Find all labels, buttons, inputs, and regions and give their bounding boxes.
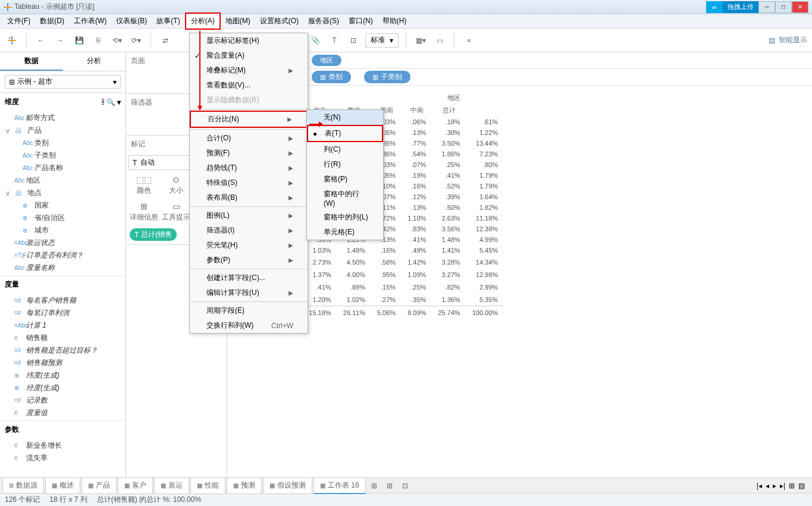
field-item[interactable]: ⊕国家 [0, 199, 126, 212]
new-story-icon[interactable]: ⊡ [398, 479, 412, 493]
tableau-logo-icon[interactable] [5, 33, 19, 48]
menu-item[interactable]: 筛选器(I)▶ [190, 223, 308, 238]
menu-item[interactable]: 查看数据(V)... [190, 78, 308, 93]
field-item[interactable]: Abc产品名称 [0, 162, 126, 174]
field-item[interactable]: v品地点 [0, 187, 126, 199]
fit-dropdown[interactable]: 标准▾ [365, 33, 399, 48]
swap-icon[interactable]: ⇄ [158, 33, 173, 48]
field-item[interactable]: Abc邮寄方式 [0, 112, 126, 124]
field-item[interactable]: v品产品 [0, 124, 126, 137]
marks-detail[interactable]: ⊞详细信息 [128, 199, 159, 225]
sheet-tab[interactable]: ▦预测 [227, 477, 262, 494]
tab-analysis[interactable]: 分析 [63, 52, 126, 71]
submenu-item[interactable]: 无(N) [307, 110, 383, 125]
new-worksheet-icon[interactable]: ⊞ [367, 479, 381, 493]
show-sheets-icon[interactable]: ▤ [798, 482, 805, 490]
menu-item[interactable]: 参数(P)▶ [190, 253, 308, 268]
menu-item[interactable]: 编辑计算字段(U)▶ [190, 285, 308, 300]
menu-help[interactable]: 帮助(H) [378, 14, 412, 29]
auto-update-icon[interactable]: ⟲▾ [110, 33, 124, 48]
chevron-down-icon[interactable]: ▾ [117, 98, 121, 106]
menu-item[interactable]: 预测(F)▶ [190, 146, 308, 161]
marks-pill[interactable]: T总计(销售 [130, 228, 177, 241]
cloud-icon[interactable]: ∞ [706, 1, 723, 13]
search-icon[interactable]: 🔍 [106, 98, 115, 106]
marks-color[interactable]: ⬚⬚颜色 [128, 172, 159, 198]
view-icon[interactable]: ⦙⦙ [102, 98, 104, 106]
datasource-tab[interactable]: ⊞数据源 [2, 477, 44, 494]
columns-shelf[interactable]: 地区 [227, 52, 812, 69]
field-item[interactable]: ⊕经度(生成) [0, 382, 126, 394]
field-item[interactable]: =#每笔订单利润 [0, 307, 126, 319]
next-sheet-icon[interactable]: ▸ [773, 482, 776, 490]
menu-item[interactable]: 百分比(N)▶无(N)●表(T)列(C)行(R)窗格(P)窗格中的行(W)窗格中… [190, 111, 308, 128]
marks-tooltip[interactable]: ▭工具提示 [161, 199, 192, 225]
menu-format[interactable]: 设置格式(O) [255, 14, 303, 29]
field-item[interactable]: =#记录数 [0, 394, 126, 407]
menu-item[interactable]: 合计(O)▶ [190, 131, 308, 146]
sheet-tab[interactable]: ▦产品 [81, 477, 117, 494]
close-button[interactable]: ✕ [792, 1, 808, 13]
share-icon[interactable]: ∝ [462, 33, 476, 48]
save-icon[interactable]: 💾 [72, 33, 86, 48]
attach-icon[interactable]: 📎 [308, 33, 322, 48]
menu-item[interactable]: 表布局(B)▶ [190, 190, 308, 205]
sheet-tab[interactable]: ▦性能 [190, 477, 225, 494]
menu-story[interactable]: 故事(T) [152, 14, 184, 29]
field-item[interactable]: =Abc计算 1 [0, 319, 126, 332]
submenu-item[interactable]: 窗格(P) [307, 172, 383, 187]
forward-icon[interactable]: → [53, 33, 67, 48]
datasource-select[interactable]: ⊞ 示例 - 超市 ▾ [5, 75, 121, 89]
menu-item[interactable]: 周期字段(E) [190, 303, 308, 318]
menu-item[interactable]: 特殊值(S)▶ [190, 175, 308, 190]
sheet-tab[interactable]: ▦概述 [45, 477, 80, 494]
show-filmstrip-icon[interactable]: ⊞ [789, 482, 795, 490]
menu-map[interactable]: 地图(M) [221, 14, 255, 29]
field-item[interactable]: ⊕城市 [0, 224, 126, 237]
fit-icon[interactable]: ⊡ [346, 33, 360, 48]
menu-item[interactable]: 创建计算字段(C)... [190, 271, 308, 285]
new-dashboard-icon[interactable]: ⊞ [383, 479, 397, 493]
last-sheet-icon[interactable]: ▸| [780, 482, 785, 490]
field-item[interactable]: =#销售额预测 [0, 357, 126, 369]
maximize-button[interactable]: □ [775, 1, 792, 13]
field-item[interactable]: Abc子类别 [0, 149, 126, 162]
sheet-tab[interactable]: ▦工作表 16 [313, 477, 366, 494]
sheet-tab[interactable]: ▦客户 [118, 477, 153, 494]
prev-sheet-icon[interactable]: ◂ [766, 482, 769, 490]
menu-item[interactable]: 交换行和列(W)Ctrl+W [190, 318, 308, 333]
new-data-icon[interactable]: ⎘ [91, 33, 105, 48]
field-item[interactable]: #流失率 [0, 452, 126, 464]
first-sheet-icon[interactable]: |◂ [757, 482, 762, 490]
rows-shelf[interactable]: ⊞ 类别⊞ 子类别 [227, 69, 812, 86]
menu-item[interactable]: 图例(L)▶ [190, 208, 308, 223]
submenu-item[interactable]: 单元格(E) [307, 225, 383, 240]
menu-data[interactable]: 数据(D) [35, 14, 69, 29]
field-item[interactable]: ⊕纬度(生成) [0, 369, 126, 382]
menu-worksheet[interactable]: 工作表(W) [69, 14, 111, 29]
show-cards-icon[interactable]: ▦▾ [413, 33, 428, 48]
menu-server[interactable]: 服务器(S) [303, 14, 344, 29]
menu-item[interactable]: 显示标记标签(H) [190, 33, 308, 48]
text-icon[interactable]: T [327, 33, 341, 48]
menu-item[interactable]: 趋势线(T)▶ [190, 161, 308, 175]
submenu-item[interactable]: 窗格中的列(L) [307, 210, 383, 225]
menu-item[interactable]: 荧光笔(H)▶ [190, 238, 308, 253]
menu-window[interactable]: 窗口(N) [344, 14, 378, 29]
field-item[interactable]: #新业务增长 [0, 439, 126, 452]
field-item[interactable]: Abc类别 [0, 137, 126, 149]
columns-pill[interactable]: 地区 [312, 55, 341, 66]
submenu-item[interactable]: ●表(T) [307, 125, 383, 142]
marks-size[interactable]: ⊙大小 [161, 172, 192, 198]
menu-item[interactable]: 堆叠标记(M)▶ [190, 63, 308, 78]
minimize-button[interactable]: ─ [758, 1, 775, 13]
menu-file[interactable]: 文件(F) [2, 14, 35, 29]
sheet-tab[interactable]: ▦装运 [154, 477, 189, 494]
submenu-item[interactable]: 窗格中的行(W) [307, 187, 383, 210]
field-item[interactable]: =T|F订单是否有利润？ [0, 249, 126, 262]
field-item[interactable]: =#销售额是否超过目标？ [0, 344, 126, 357]
smart-show-button[interactable]: ▤ 智能显示 [769, 35, 807, 45]
submenu-item[interactable]: 行(R) [307, 157, 383, 172]
field-item[interactable]: ⊕省/自治区 [0, 212, 126, 224]
rows-pill-1[interactable]: ⊞ 类别 [312, 71, 351, 83]
